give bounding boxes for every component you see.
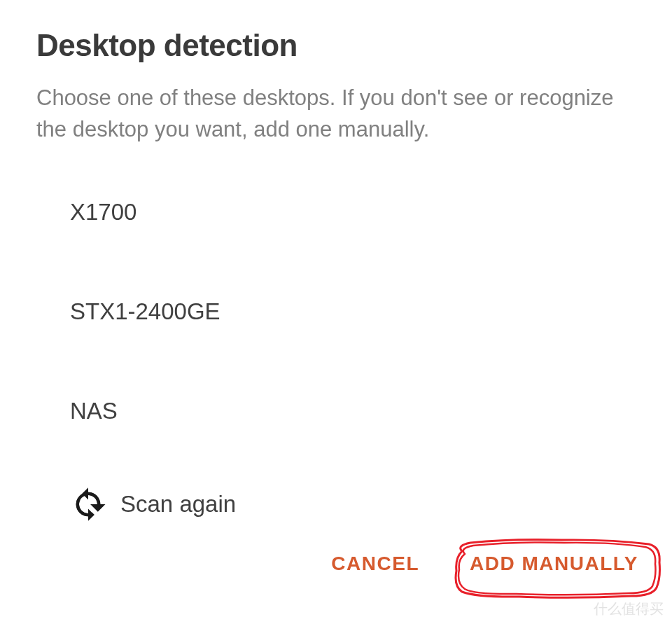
desktop-item[interactable]: X1700 [70, 179, 636, 245]
dialog-description: Choose one of these desktops. If you don… [36, 83, 636, 146]
dialog-title: Desktop detection [36, 28, 636, 63]
scan-again-button[interactable]: Scan again [70, 478, 636, 531]
add-manually-button[interactable]: ADD MANUALLY [464, 544, 644, 583]
desktop-item[interactable]: NAS [70, 378, 636, 444]
desktop-detection-dialog: Desktop detection Choose one of these de… [0, 0, 672, 559]
desktop-item[interactable]: STX1-2400GE [70, 279, 636, 345]
refresh-icon [70, 486, 106, 522]
scan-again-label: Scan again [120, 491, 236, 518]
desktop-list: X1700 STX1-2400GE NAS Scan again [36, 179, 636, 531]
watermark: 什么值得买 [594, 599, 664, 618]
cancel-button[interactable]: CANCEL [326, 544, 425, 583]
dialog-actions: CANCEL ADD MANUALLY [326, 544, 644, 583]
